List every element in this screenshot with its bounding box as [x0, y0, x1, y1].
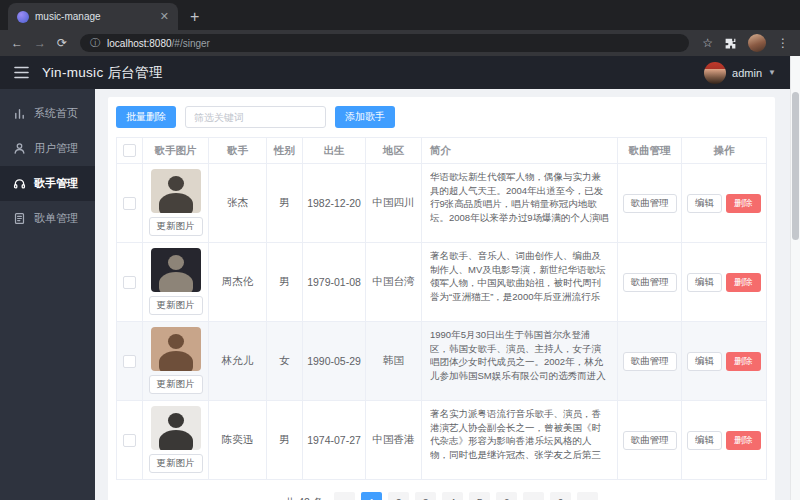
edit-button[interactable]: 编辑	[687, 431, 722, 450]
chevron-down-icon: ▼	[768, 68, 776, 77]
user-menu[interactable]: admin ▼	[704, 62, 776, 84]
bookmark-star-icon[interactable]: ☆	[702, 37, 713, 49]
song-manage-button[interactable]: 歌曲管理	[623, 431, 677, 450]
edit-button[interactable]: 编辑	[687, 273, 722, 292]
singer-table: 歌手图片 歌手 性别 出生 地区 简介 歌曲管理 操作	[116, 137, 767, 480]
header-songs: 歌曲管理	[618, 138, 682, 163]
update-image-button[interactable]: 更新图片	[149, 454, 203, 473]
header-name: 歌手	[209, 138, 267, 163]
row-checkbox[interactable]	[123, 355, 136, 368]
main-content: 批量删除 添加歌手 歌手图片 歌手 性别 出生 地区 简介	[95, 89, 790, 500]
update-image-button[interactable]: 更新图片	[149, 375, 203, 394]
table-row: 更新图片 周杰伦 男 1979-01-08 中国台湾 著名歌手、音乐人、词曲创作…	[117, 243, 766, 322]
username: admin	[732, 67, 762, 79]
sidebar: 系统首页 用户管理 歌手管理 歌单管理	[0, 89, 95, 500]
next-page-button[interactable]: ›	[577, 492, 598, 500]
sidebar-item-label: 歌单管理	[34, 211, 78, 226]
page-button-4[interactable]: 4	[442, 492, 463, 500]
more-pages-button[interactable]: •••	[523, 492, 544, 500]
singer-card: 批量删除 添加歌手 歌手图片 歌手 性别 出生 地区 简介	[108, 97, 775, 500]
sidebar-item-singers[interactable]: 歌手管理	[0, 166, 95, 201]
page-scrollbar[interactable]	[790, 56, 800, 500]
select-all-checkbox[interactable]	[123, 144, 136, 157]
prev-page-button[interactable]: ‹	[334, 492, 355, 500]
site-favicon	[17, 11, 29, 23]
sidebar-item-label: 系统首页	[34, 106, 78, 121]
singer-name: 陈奕迅	[209, 401, 267, 479]
singer-region: 中国香港	[366, 401, 422, 479]
header-gender: 性别	[267, 138, 303, 163]
page-button-6[interactable]: 6	[496, 492, 517, 500]
delete-button[interactable]: 删除	[726, 431, 761, 450]
browser-tab-strip: music-manage ✕ +	[0, 0, 800, 30]
singer-birth: 1990-05-29	[303, 322, 366, 400]
document-icon	[13, 212, 26, 225]
delete-button[interactable]: 删除	[726, 273, 761, 292]
url-path: /#/singer	[172, 38, 210, 49]
url-bar[interactable]: ⓘ localhost:8080 /#/singer	[80, 34, 689, 52]
update-image-button[interactable]: 更新图片	[149, 217, 203, 236]
singer-gender: 男	[267, 243, 303, 321]
scrollbar-thumb[interactable]	[792, 92, 799, 240]
sidebar-item-home[interactable]: 系统首页	[0, 96, 95, 131]
forward-icon[interactable]: →	[34, 37, 46, 49]
page-button-5[interactable]: 5	[469, 492, 490, 500]
search-input[interactable]	[185, 106, 326, 128]
sidebar-item-users[interactable]: 用户管理	[0, 131, 95, 166]
header-photo: 歌手图片	[143, 138, 209, 163]
singer-gender: 男	[267, 401, 303, 479]
headset-icon	[13, 177, 26, 190]
reload-icon[interactable]: ⟳	[57, 37, 67, 49]
site-info-icon[interactable]: ⓘ	[90, 36, 100, 50]
chevron-right-icon: ›	[586, 495, 590, 500]
page-button-9[interactable]: 9	[550, 492, 571, 500]
page-button-3[interactable]: 3	[415, 492, 436, 500]
singer-region: 中国四川	[366, 164, 422, 242]
singer-birth: 1979-01-08	[303, 243, 366, 321]
user-avatar	[704, 62, 726, 84]
browser-profile-avatar[interactable]	[748, 34, 766, 52]
delete-button[interactable]: 删除	[726, 194, 761, 213]
singer-photo	[151, 169, 201, 213]
delete-button[interactable]: 删除	[726, 352, 761, 371]
page-button-2[interactable]: 2	[388, 492, 409, 500]
chevron-left-icon: ‹	[343, 495, 347, 500]
table-row: 更新图片 张杰 男 1982-12-20 中国四川 华语歌坛新生代领军人物，偶像…	[117, 164, 766, 243]
row-checkbox[interactable]	[123, 434, 136, 447]
row-checkbox[interactable]	[123, 276, 136, 289]
edit-button[interactable]: 编辑	[687, 194, 722, 213]
sidebar-item-label: 用户管理	[34, 141, 78, 156]
row-checkbox[interactable]	[123, 197, 136, 210]
singer-intro: 华语歌坛新生代领军人物，偶像与实力兼具的超人气天王。2004年出道至今，已发行9…	[430, 170, 609, 224]
song-manage-button[interactable]: 歌曲管理	[623, 194, 677, 213]
header-birth: 出生	[303, 138, 366, 163]
browser-tab[interactable]: music-manage ✕	[8, 3, 178, 30]
tab-title: music-manage	[35, 11, 154, 22]
header-intro: 简介	[422, 138, 618, 163]
tab-close-icon[interactable]: ✕	[160, 11, 169, 22]
new-tab-button[interactable]: +	[190, 9, 199, 25]
batch-delete-button[interactable]: 批量删除	[116, 106, 176, 128]
page-button-1[interactable]: 1	[361, 492, 382, 500]
sidebar-item-label: 歌手管理	[34, 176, 78, 191]
sidebar-item-playlists[interactable]: 歌单管理	[0, 201, 95, 236]
app-header: Yin-music 后台管理 admin ▼	[0, 56, 790, 89]
song-manage-button[interactable]: 歌曲管理	[623, 352, 677, 371]
toolbar: 批量删除 添加歌手	[116, 106, 767, 128]
header-ops: 操作	[682, 138, 766, 163]
singer-photo	[151, 327, 201, 371]
extensions-icon[interactable]	[724, 37, 737, 50]
header-region: 地区	[366, 138, 422, 163]
edit-button[interactable]: 编辑	[687, 352, 722, 371]
table-header-row: 歌手图片 歌手 性别 出生 地区 简介 歌曲管理 操作	[117, 138, 766, 164]
hamburger-menu-icon[interactable]	[14, 66, 29, 79]
browser-menu-icon[interactable]: ⋮	[777, 37, 789, 49]
singer-name: 张杰	[209, 164, 267, 242]
app-title: Yin-music 后台管理	[42, 64, 163, 82]
add-singer-button[interactable]: 添加歌手	[335, 106, 395, 128]
back-icon[interactable]: ←	[11, 37, 23, 49]
update-image-button[interactable]: 更新图片	[149, 296, 203, 315]
singer-region: 中国台湾	[366, 243, 422, 321]
bar-chart-icon	[13, 107, 26, 120]
song-manage-button[interactable]: 歌曲管理	[623, 273, 677, 292]
